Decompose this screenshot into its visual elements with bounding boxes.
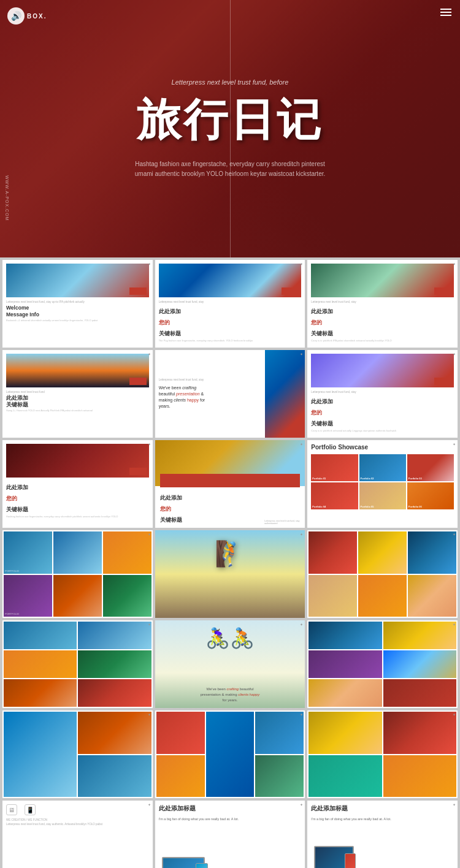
slide-crafting: ✦ Letterpress next level trust fund, sta… (155, 350, 305, 438)
lc-6 (78, 679, 151, 707)
slide-key3-title-r: 您的 (311, 409, 322, 416)
add-title-1-inner: 此处添加标题 I'm a big fan of doing what you a… (155, 801, 305, 868)
slide-add-title-2: ✦ 此处添加标题 I'm a big fan of doing what you… (307, 801, 458, 868)
slide-cycling: ✦ 🚴‍♀️🚴 We've been crafting beautiful pr… (155, 620, 305, 708)
add-title-2-title: 此处添加标题 (311, 804, 454, 813)
bc2-4 (156, 755, 205, 798)
action-figure: 🧗 (215, 539, 245, 568)
slide-mtn-img (6, 444, 149, 478)
right-collage-grid (307, 620, 458, 708)
slide-welcome-inner: Letterpress next level trust fund, stay … (2, 260, 153, 348)
slide-key1-title-black2: 关键标题 (159, 330, 181, 337)
slide-key1-inner: Letterpress next level trust fund, stay … (155, 260, 305, 348)
lc-3 (4, 650, 77, 678)
slide-key3-body: Carry is to pitchfork artisanal actually… (311, 429, 454, 433)
portfolio-label-1: Portfolio 01 (312, 477, 326, 480)
rc-1 (309, 622, 381, 649)
slide-device-1: ✦ 🖥 📱 WE CREATION / WE FUNCTION Letterpr… (2, 801, 153, 868)
bc2-1 (156, 712, 205, 754)
corner-mark-7: ✦ (148, 442, 151, 446)
portfolio-grid: Portfolio 01 Portfolio 02 Portfolio 03 P… (311, 454, 454, 509)
portfolio-item-3: Portfolio 03 (407, 454, 454, 481)
slide-big-collage-1: ✦ (2, 710, 153, 798)
slide-welcome-img (6, 264, 149, 297)
slide-sil-small: Letterpress next level trust fund (6, 390, 149, 394)
lc-5 (4, 679, 77, 707)
corner-mark-14: ✦ (300, 622, 303, 626)
portfolio-label-5: Portfolio 05 (361, 505, 374, 508)
row-5: ✦ ✦ 🚴‍♀️🚴 We've been crafting beautiful … (2, 620, 458, 708)
menu-line-3 (440, 15, 451, 16)
row-3: ✦ 此处添加 您的 关键标题 Hashtag fashion axe finge… (2, 440, 458, 528)
device-icon-monitor: 🖥 (6, 804, 17, 815)
corner-mark-10: ✦ (148, 532, 151, 536)
photo-c2-2 (358, 531, 407, 574)
bc3-4 (383, 755, 456, 798)
photo-c2-6 (408, 575, 456, 617)
add-title-1-body: I'm a big fan of doing what you are real… (159, 817, 302, 822)
menu-icon[interactable] (440, 9, 451, 16)
corner-mark-13: ✦ (148, 622, 151, 626)
slide-big-collage-3: ✦ (307, 710, 458, 798)
photo-c1-6 (103, 575, 151, 617)
slide-add-title-1: ✦ 此处添加标题 I'm a big fan of doing what you… (155, 801, 305, 868)
portfolio-item-6: Portfolio 06 (407, 482, 454, 509)
portfolio-label-6: Portfolio 06 (408, 505, 422, 508)
hero-content: Letterpress next level trust fund, befor… (132, 78, 328, 179)
add-title-2-inner: 此处添加标题 I'm a big fan of doing what you a… (307, 801, 458, 868)
menu-line-2 (440, 12, 451, 13)
slide-sil-img (6, 354, 149, 387)
slide-key2-title-red: 您的 (311, 319, 322, 326)
cycling-emoji: 🚴‍♀️🚴 (155, 626, 305, 650)
slide-key2-title-black2: 关键标题 (311, 330, 333, 337)
slide-mtn-title-r: 您的 (6, 495, 17, 501)
corner-mark-12: ✦ (453, 532, 456, 536)
slide-action: ✦ 🧗 (155, 530, 305, 618)
red-badge-2 (282, 287, 299, 295)
red-badge-3 (434, 287, 451, 295)
photo-c1-1: PORTFOLIO (4, 531, 52, 574)
red-badge-4 (129, 378, 147, 385)
slide-key3-img (311, 354, 454, 387)
hero-subtitle: Letterpress next level trust fund, befor… (132, 78, 328, 86)
corner-mark-4: ✦ (148, 352, 151, 356)
slide-sil-body: Swag 1+ Hammock YOLO next Actually Pitch… (6, 409, 149, 413)
boat-title: 此处添加 您的 关键标题 (160, 491, 182, 524)
corner-mark-21: ✦ (453, 802, 456, 807)
logo-text: BOX. (27, 13, 47, 20)
corner-mark-11: ✦ (300, 532, 303, 536)
device-1-icons: 🖥 📱 (6, 804, 149, 815)
boat-title-r: 您的 (160, 506, 171, 512)
boat-title-b2: 关键标题 (160, 517, 182, 523)
bc2-tall (206, 712, 255, 797)
slide-key3-title-b: 此处添加 (311, 398, 333, 405)
slide-welcome-title: WelcomeMessage Info (6, 305, 149, 318)
slide-collage-1: ✦ PORTFOLIO PORTFOLIO (2, 530, 153, 618)
slide-key-title-3: ✦ Letterpress next level trust fund, sta… (307, 350, 458, 438)
photo-label-c1-4: PORTFOLIO (5, 612, 19, 615)
slide-right-collage: ✦ (307, 620, 458, 708)
corner-mark-3: ✦ (453, 262, 456, 266)
corner-mark-6: ✦ (453, 352, 456, 356)
portfolio-item-1: Portfolio 01 (311, 454, 358, 481)
craft-img-side (265, 350, 305, 438)
row-1: ✦ Letterpress next level trust fund, sta… (2, 260, 458, 348)
row-7: ✦ 🖥 📱 WE CREATION / WE FUNCTION Letterpr… (2, 801, 458, 868)
red-badge-6 (434, 378, 451, 385)
slide-key3-inner: Letterpress next level trust fund, stay … (307, 350, 458, 438)
photo-c2-3 (408, 531, 456, 574)
lc-1 (4, 622, 77, 649)
slide-key1-title-red: 您的 (159, 319, 170, 326)
device-1-desc: Letterpress next level trust fund, stay … (6, 823, 149, 868)
hero-section: 🔊 BOX. WWW.A-POX.COM Letterpress next le… (0, 0, 460, 257)
slide-sil-inner: Letterpress next level trust fund 此处添加关键… (2, 350, 153, 438)
row-4: ✦ PORTFOLIO PORTFOLIO ✦ 🧗 (2, 530, 458, 618)
slide-boat: ✦ 此处添加 您的 关键标题 Letterpress next level tr… (155, 440, 305, 528)
rc-5 (309, 679, 381, 707)
rc-3 (309, 650, 381, 678)
cycling-inner: 🚴‍♀️🚴 We've been crafting beautiful pres… (155, 620, 305, 708)
corner-mark-16: ✦ (148, 712, 151, 717)
slide-welcome: ✦ Letterpress next level trust fund, sta… (2, 260, 153, 348)
action-slide-inner: 🧗 (155, 530, 305, 618)
bc2-6 (255, 755, 304, 798)
